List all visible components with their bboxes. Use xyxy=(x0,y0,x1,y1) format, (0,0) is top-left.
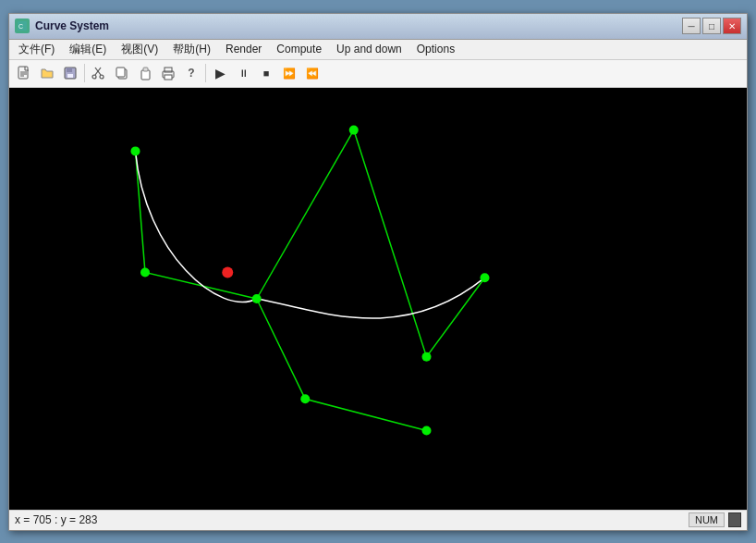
menu-view[interactable]: 视图(V) xyxy=(114,40,165,59)
fastforward-button[interactable]: ⏩ xyxy=(278,62,300,84)
svg-rect-16 xyxy=(143,68,148,71)
close-button[interactable]: ✕ xyxy=(723,18,741,34)
window-controls: ─ □ ✕ xyxy=(682,18,741,34)
svg-point-11 xyxy=(92,75,96,79)
menu-file[interactable]: 文件(F) xyxy=(11,40,62,59)
menu-help[interactable]: 帮助(H) xyxy=(165,40,218,59)
print-button[interactable] xyxy=(157,62,179,84)
canvas-area[interactable] xyxy=(9,88,747,510)
menu-compute[interactable]: Compute xyxy=(269,41,329,57)
cut-button[interactable] xyxy=(88,62,110,84)
svg-rect-14 xyxy=(116,68,125,77)
menu-bar: 文件(F) 编辑(E) 视图(V) 帮助(H) Render Compute U… xyxy=(9,40,747,60)
main-window: C Curve System ─ □ ✕ 文件(F) 编辑(E) 视图(V) 帮… xyxy=(8,13,748,531)
coordinates-display: x = 705 : y = 283 xyxy=(15,513,689,526)
paste-button[interactable] xyxy=(134,62,156,84)
open-button[interactable] xyxy=(36,62,58,84)
separator-2 xyxy=(205,64,206,82)
svg-rect-7 xyxy=(67,68,72,72)
minimize-button[interactable]: ─ xyxy=(682,18,701,34)
toolbar: ? ▶ ⏸ ■ ⏩ ⏪ xyxy=(9,60,747,88)
stop-button[interactable]: ■ xyxy=(255,62,277,84)
menu-edit[interactable]: 编辑(E) xyxy=(62,40,114,59)
new-button[interactable] xyxy=(13,62,35,84)
menu-render[interactable]: Render xyxy=(218,41,269,57)
curve-canvas[interactable] xyxy=(9,88,747,510)
svg-rect-8 xyxy=(67,74,73,78)
save-button[interactable] xyxy=(59,62,81,84)
copy-button[interactable] xyxy=(111,62,133,84)
help-button[interactable]: ? xyxy=(180,62,202,84)
app-icon: C xyxy=(15,19,30,33)
title-bar: C Curve System ─ □ ✕ xyxy=(9,14,747,40)
play-button[interactable]: ▶ xyxy=(209,62,231,84)
num-badge: NUM xyxy=(689,512,725,527)
svg-point-12 xyxy=(100,75,104,79)
svg-rect-19 xyxy=(165,75,172,80)
menu-updown[interactable]: Up and down xyxy=(329,41,409,57)
maximize-button[interactable]: □ xyxy=(702,18,721,34)
status-indicators: NUM xyxy=(689,512,741,527)
status-bar: x = 705 : y = 283 NUM xyxy=(9,510,747,530)
window-title: Curve System xyxy=(35,19,682,32)
rewind-button[interactable]: ⏪ xyxy=(301,62,323,84)
pause-button[interactable]: ⏸ xyxy=(232,62,254,84)
menu-options[interactable]: Options xyxy=(409,41,462,57)
separator-1 xyxy=(84,64,85,82)
svg-text:C: C xyxy=(18,23,23,30)
mode-badge xyxy=(728,512,741,527)
